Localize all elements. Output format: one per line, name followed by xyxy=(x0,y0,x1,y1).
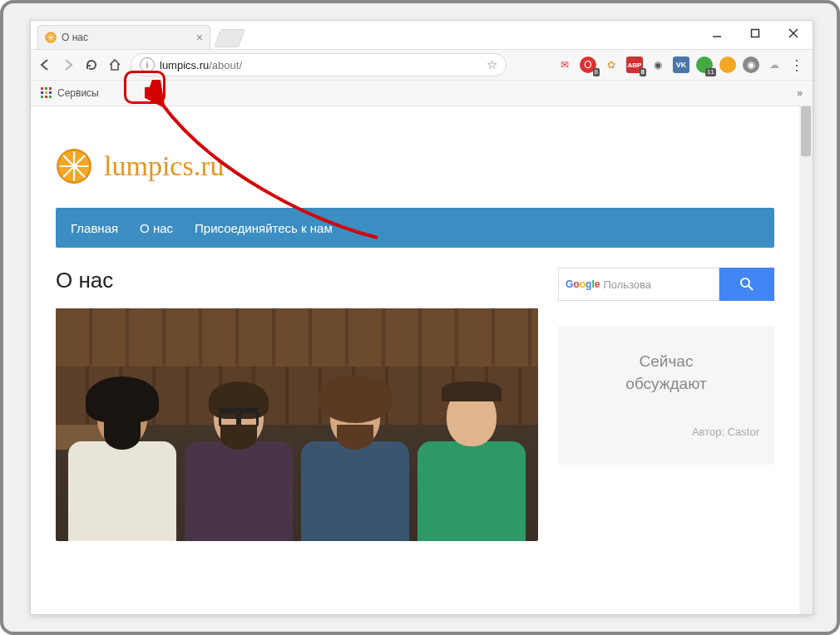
extensions-row: ✉ O8 ✿ ABP8 ◉ VK 11 ◉ ☁ ⋯ xyxy=(556,57,806,73)
reload-button[interactable] xyxy=(84,58,99,71)
window-minimize-button[interactable] xyxy=(698,21,736,46)
nav-join[interactable]: Присоединяйтесь к нам xyxy=(195,221,333,235)
orange-slice-favicon xyxy=(45,32,57,43)
window-titlebar: О нас × xyxy=(31,21,813,49)
site-search-input[interactable]: Google Пользова xyxy=(558,268,719,301)
site-logo[interactable]: lumpics.ru xyxy=(56,148,774,185)
bookmarks-bar: Сервисы » xyxy=(31,81,813,106)
page-viewport: lumpics.ru Главная О нас Присоединяйтесь… xyxy=(31,106,813,614)
opera-extension-icon[interactable]: O8 xyxy=(580,57,596,73)
address-bar[interactable]: i lumpics.ru/about/ ☆ xyxy=(131,53,506,76)
site-nav: Главная О нас Присоединяйтесь к нам xyxy=(56,208,774,248)
sidebar-discussion-card: Сейчас обсуждают Автор: Castor xyxy=(558,326,774,465)
svg-point-14 xyxy=(741,278,749,287)
maximize-icon xyxy=(750,28,760,38)
url-path: /about/ xyxy=(209,59,242,71)
minimize-icon xyxy=(712,28,722,38)
orange-slice-icon xyxy=(56,148,92,185)
browser-toolbar: i lumpics.ru/about/ ☆ ✉ O8 ✿ ABP8 ◉ VK 1… xyxy=(31,49,813,81)
browser-window: О нас × i lumpics.ru/about/ xyxy=(30,20,813,615)
sidebar-author: Автор: Castor xyxy=(573,425,759,440)
green-extension-icon[interactable]: 11 xyxy=(696,57,713,73)
nav-about[interactable]: О нас xyxy=(140,221,173,235)
tab-title: О нас xyxy=(62,32,88,43)
google-logo-icon: Google xyxy=(566,278,600,290)
gmail-extension-icon[interactable]: ✉ xyxy=(556,57,573,73)
page-heading: О нас xyxy=(56,268,538,293)
vertical-scrollbar[interactable] xyxy=(799,106,813,614)
new-tab-button[interactable] xyxy=(214,29,245,47)
bookmark-star-icon[interactable]: ☆ xyxy=(487,57,497,72)
site-logo-text: lumpics.ru xyxy=(104,150,224,182)
search-icon xyxy=(739,277,754,292)
sidebar-title-line2: обсуждают xyxy=(573,373,759,396)
window-close-button[interactable] xyxy=(774,21,813,46)
site-search-button[interactable] xyxy=(719,268,774,301)
svg-line-15 xyxy=(749,286,753,290)
cloud-extension-icon[interactable]: ☁ xyxy=(766,57,783,73)
abp-extension-icon[interactable]: ABP8 xyxy=(626,57,643,73)
site-info-icon[interactable]: i xyxy=(140,57,155,72)
scrollbar-thumb[interactable] xyxy=(801,106,811,156)
forward-button[interactable] xyxy=(61,58,76,71)
close-icon xyxy=(788,28,798,38)
vk-extension-icon[interactable]: VK xyxy=(673,57,689,73)
hero-image xyxy=(56,308,538,541)
bookmarks-overflow-icon[interactable]: » xyxy=(797,87,803,99)
browser-menu-button[interactable]: ⋯ xyxy=(789,57,806,73)
sidebar-title-line1: Сейчас xyxy=(573,351,759,373)
eye-extension-icon[interactable]: ◉ xyxy=(743,57,759,73)
orange-extension-icon[interactable] xyxy=(719,57,736,73)
search-placeholder: Пользова xyxy=(603,278,651,291)
back-button[interactable] xyxy=(37,58,52,71)
evernote-extension-icon[interactable]: ◉ xyxy=(650,57,666,73)
browser-tab[interactable]: О нас × xyxy=(37,25,210,49)
nav-home[interactable]: Главная xyxy=(71,221,118,235)
home-button[interactable] xyxy=(107,58,122,71)
svg-rect-6 xyxy=(752,30,759,37)
apps-icon[interactable] xyxy=(41,87,52,99)
url-host: lumpics.ru xyxy=(160,59,209,71)
bookmark-services[interactable]: Сервисы xyxy=(57,87,99,99)
paw-extension-icon[interactable]: ✿ xyxy=(603,57,620,73)
tab-close-icon[interactable]: × xyxy=(196,31,203,44)
window-maximize-button[interactable] xyxy=(736,21,774,46)
